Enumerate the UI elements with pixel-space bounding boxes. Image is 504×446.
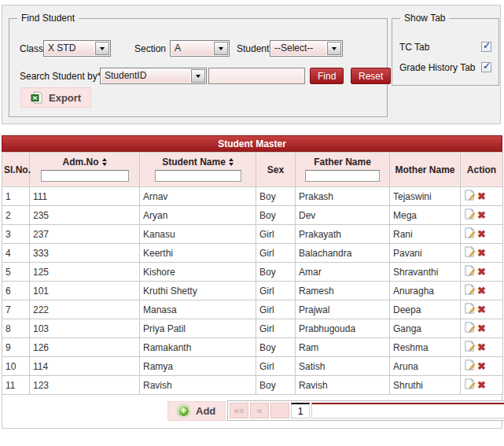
student-name-cell: Arnav — [140, 187, 256, 206]
adm-no-cell: 111 — [30, 187, 140, 206]
sl-no-cell: 3 — [2, 225, 30, 244]
delete-icon[interactable]: ✖ — [477, 209, 486, 221]
delete-icon[interactable]: ✖ — [477, 285, 486, 297]
show-tab-item: Grade History Tab — [399, 62, 495, 73]
edit-icon[interactable] — [464, 340, 476, 355]
reset-button[interactable]: Reset — [351, 68, 391, 84]
edit-icon[interactable] — [464, 302, 476, 317]
father-name-cell: Prakash — [296, 187, 390, 206]
search-input[interactable] — [208, 68, 305, 84]
section-select[interactable]: A — [170, 40, 230, 57]
add-icon: + — [178, 405, 189, 417]
action-cell: ✖ — [461, 187, 503, 206]
adm-no-cell: 123 — [30, 376, 140, 395]
sex-cell: Boy — [256, 206, 296, 225]
column-header-adm-no[interactable]: Adm.No — [30, 153, 140, 187]
adm-no-cell: 103 — [30, 319, 140, 338]
sex-cell: Girl — [256, 244, 296, 263]
pagination: «««12»»» — [227, 400, 504, 421]
action-cell: ✖ — [461, 206, 503, 225]
class-selected-value: X STD — [45, 42, 94, 55]
chevron-down-icon[interactable] — [95, 42, 109, 55]
sex-cell: Girl — [256, 300, 296, 319]
edit-icon[interactable] — [464, 245, 476, 260]
father-name-filter-input[interactable] — [305, 170, 380, 182]
section-selected-value: A — [171, 42, 213, 55]
table-row: 1111ArnavBoyPrakashTejaswini✖ — [2, 187, 503, 206]
edit-icon[interactable] — [464, 283, 476, 298]
page-2-button[interactable]: 2 — [311, 403, 504, 418]
edit-icon[interactable] — [464, 189, 476, 204]
export-button-label: Export — [49, 92, 81, 104]
chevron-down-icon[interactable] — [214, 42, 228, 55]
father-name-cell: Prabhugouda — [296, 319, 390, 338]
table-row: 9126RamakanthBoyRamReshma✖ — [2, 338, 503, 357]
show-tab-item: TC Tab — [399, 42, 495, 53]
delete-icon[interactable]: ✖ — [477, 247, 486, 259]
delete-icon[interactable]: ✖ — [477, 360, 486, 372]
sort-icon[interactable] — [229, 158, 234, 166]
mother-name-cell: Shruthi — [390, 376, 461, 395]
column-header-father-name: Father Name — [296, 153, 390, 187]
edit-icon[interactable] — [464, 264, 476, 279]
find-student-legend: Find Student — [17, 13, 79, 24]
sex-cell: Girl — [256, 282, 296, 300]
sl-no-cell: 5 — [2, 263, 30, 282]
father-name-cell: Dev — [296, 206, 390, 225]
delete-icon[interactable]: ✖ — [477, 304, 486, 315]
sex-cell: Boy — [256, 338, 296, 357]
checkbox[interactable] — [481, 42, 491, 52]
sex-cell: Boy — [256, 187, 296, 206]
table-header-row: Sl.No. Adm.No Student Name — [2, 153, 503, 187]
mother-name-cell: Mega — [390, 206, 461, 225]
sort-icon[interactable] — [102, 158, 107, 166]
sex-cell: Girl — [256, 225, 296, 244]
student-name-cell: Kishore — [140, 263, 256, 282]
action-cell: ✖ — [461, 376, 503, 395]
page-1-button[interactable]: 1 — [291, 403, 310, 418]
delete-icon[interactable]: ✖ — [477, 341, 486, 353]
class-label: Class — [20, 43, 43, 54]
chevron-down-icon[interactable] — [327, 42, 341, 55]
checkbox[interactable] — [481, 62, 491, 72]
adm-no-cell: 235 — [30, 206, 140, 225]
adm-no-cell: 114 — [30, 357, 140, 376]
search-panel: Find Student Class X STD Section A Stude… — [2, 5, 501, 124]
student-name-filter-input[interactable] — [155, 170, 241, 182]
chevron-down-icon[interactable] — [191, 69, 205, 83]
sl-no-cell: 2 — [2, 206, 30, 225]
sl-no-cell: 9 — [2, 338, 30, 357]
class-select[interactable]: X STD — [43, 40, 111, 57]
father-name-cell: Prakayath — [296, 225, 390, 244]
search-by-select[interactable]: StudentID — [100, 68, 207, 84]
edit-icon[interactable] — [464, 359, 476, 374]
column-header-student-name[interactable]: Student Name — [140, 153, 256, 187]
checkbox-label: TC Tab — [399, 42, 429, 53]
adm-no-cell: 222 — [30, 300, 140, 319]
student-name-cell: Aryan — [140, 206, 256, 225]
edit-icon[interactable] — [464, 378, 476, 393]
mother-name-cell: Reshma — [390, 338, 461, 357]
adm-no-filter-input[interactable] — [41, 170, 129, 182]
table-row: 2235AryanBoyDevMega✖ — [2, 206, 503, 225]
action-cell: ✖ — [461, 357, 503, 376]
delete-icon[interactable]: ✖ — [477, 190, 486, 202]
mother-name-cell: Tejaswini — [390, 187, 461, 206]
student-select[interactable]: --Select-- — [270, 40, 343, 57]
delete-icon[interactable]: ✖ — [477, 379, 486, 391]
delete-icon[interactable]: ✖ — [477, 323, 486, 334]
student-name-cell: Ravish — [140, 376, 256, 395]
delete-icon[interactable]: ✖ — [477, 228, 486, 240]
add-button[interactable]: + Add — [167, 401, 226, 421]
adm-no-cell: 333 — [30, 244, 140, 263]
edit-icon[interactable] — [464, 208, 476, 223]
student-table-body: 1111ArnavBoyPrakashTejaswini✖2235AryanBo… — [2, 187, 503, 395]
sl-no-cell: 7 — [2, 300, 30, 319]
export-button[interactable]: Export — [20, 87, 91, 108]
table-row: 10114RamyaGirlSatishAruna✖ — [2, 357, 503, 376]
edit-icon[interactable] — [464, 227, 476, 241]
delete-icon[interactable]: ✖ — [477, 266, 486, 278]
find-button[interactable]: Find — [310, 68, 344, 84]
mother-name-cell: Deepa — [390, 300, 461, 319]
edit-icon[interactable] — [464, 321, 476, 336]
